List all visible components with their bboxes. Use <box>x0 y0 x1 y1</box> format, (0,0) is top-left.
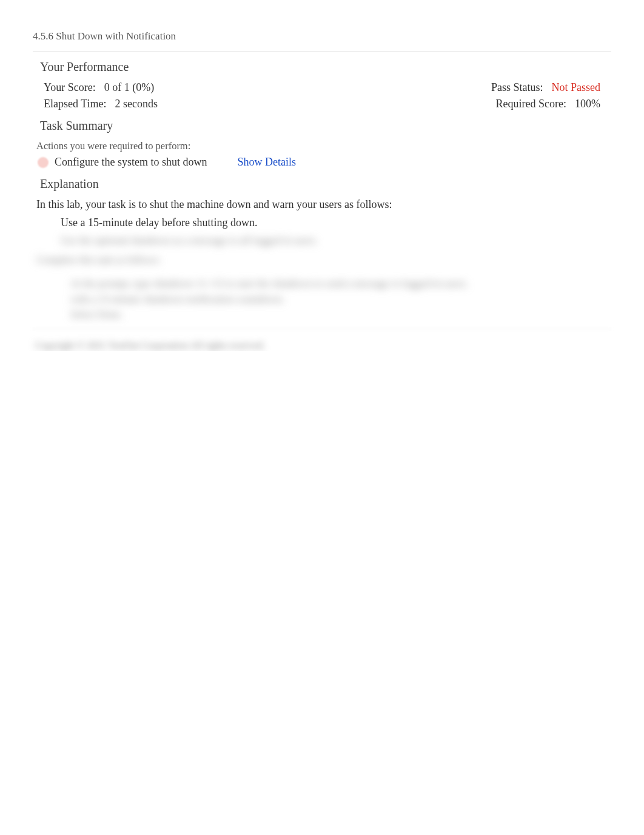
performance-grid: Your Score: 0 of 1 (0%) Elapsed Time: 2 … <box>33 81 611 110</box>
blurred-step-1: At the prompt, type shutdown -h +15 to s… <box>36 276 608 292</box>
blurred-content: Use the optional shutdown as a message t… <box>33 233 611 323</box>
document-title: 4.5.6 Shut Down with Notification <box>33 30 611 42</box>
status-fail-icon <box>38 157 49 168</box>
elapsed-value: 2 seconds <box>115 98 158 110</box>
blurred-divider <box>33 329 611 329</box>
blurred-bullet-2: Use the optional shutdown as a message t… <box>36 233 608 249</box>
bullet1-mid: 15-minute <box>88 216 133 229</box>
performance-heading: Your Performance <box>40 60 611 74</box>
required-score-label: Required Score: <box>496 98 566 110</box>
task-item-text: Configure the system to shut down <box>55 156 207 169</box>
required-score-value: 100% <box>575 98 600 110</box>
pass-status-label: Pass Status: <box>491 81 543 94</box>
explanation-heading: Explanation <box>40 177 611 191</box>
score-label: Your Score: <box>44 81 96 94</box>
divider <box>33 51 611 52</box>
pass-status-row: Pass Status: Not Passed <box>491 81 600 94</box>
explanation-intro: In this lab, your task is to shut the ma… <box>36 198 608 211</box>
task-item: Configure the system to shut down Show D… <box>38 156 608 169</box>
blurred-complete-label: Complete this task as follows: <box>36 252 608 268</box>
blurred-step-2: Select Done. <box>36 307 608 323</box>
task-summary-heading: Task Summary <box>40 119 611 133</box>
required-score-row: Required Score: 100% <box>496 98 600 110</box>
actions-required-label: Actions you were required to perform: <box>36 140 608 152</box>
copyright-text: Copyright © 2021 TestOut Corporation All… <box>33 340 611 351</box>
show-details-link[interactable]: Show Details <box>237 156 296 169</box>
elapsed-label: Elapsed Time: <box>44 98 107 110</box>
bullet1-pre: Use a <box>61 216 88 229</box>
blurred-step-1b: with a 15-minute shutdown notification c… <box>36 292 608 307</box>
score-row: Your Score: 0 of 1 (0%) <box>44 81 158 94</box>
score-value: 0 of 1 (0%) <box>104 81 154 94</box>
bullet1-post: delay before shutting down. <box>133 216 257 229</box>
elapsed-row: Elapsed Time: 2 seconds <box>44 98 158 110</box>
explanation-bullet-1: Use a 15-minute delay before shutting do… <box>61 215 608 230</box>
pass-status-value: Not Passed <box>552 81 601 94</box>
